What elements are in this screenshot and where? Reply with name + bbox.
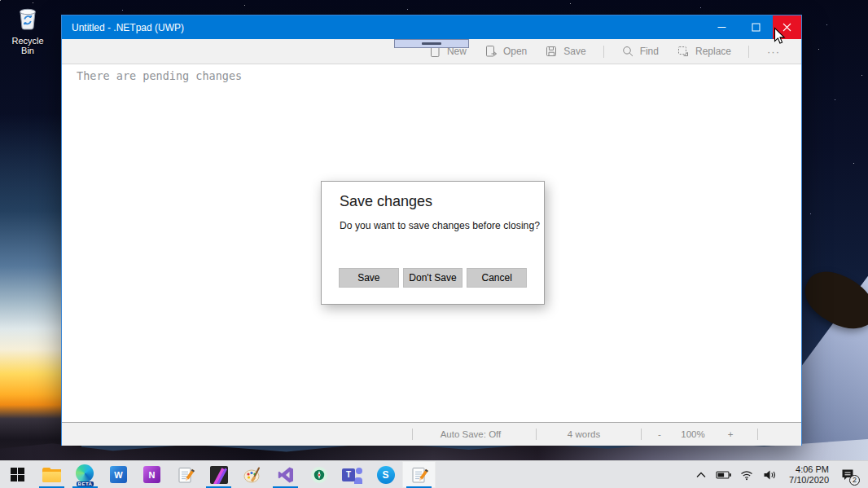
battery-icon [716, 470, 732, 480]
taskbar-icon-teams[interactable]: T [335, 461, 369, 488]
dialog-cancel-button[interactable]: Cancel [467, 268, 527, 288]
dialog-dont-save-button[interactable]: Don't Save [403, 268, 463, 288]
minimize-icon [717, 23, 726, 32]
toolbar-separator [748, 46, 749, 58]
notification-badge: 2 [849, 475, 860, 486]
replace-label: Replace [695, 46, 731, 57]
save-button[interactable]: Save [536, 39, 594, 64]
save-icon [545, 45, 558, 58]
netpad-icon [410, 465, 429, 485]
teams-icon: T [342, 466, 362, 484]
taskbar: BETA W N [0, 460, 868, 488]
tray-network-button[interactable] [736, 461, 757, 488]
find-icon [621, 45, 634, 58]
status-bar: Auto Save: Off 4 words - 100% + [62, 422, 801, 446]
drag-handle-dash [422, 42, 441, 45]
word-icon: W [110, 466, 127, 483]
desktop: Recycle Bin Untitled - .NETpad (UWP) [0, 0, 868, 488]
zoom-out-button[interactable]: - [650, 423, 669, 446]
visual-studio-icon [276, 465, 296, 485]
start-button[interactable] [0, 461, 35, 488]
taskbar-icon-netpad-active[interactable] [402, 461, 436, 488]
file-explorer-icon [42, 468, 61, 482]
onenote-icon: N [143, 466, 160, 483]
taskbar-icon-edge-beta[interactable]: BETA [68, 461, 102, 488]
tray-chevron-button[interactable] [690, 461, 712, 488]
edge-beta-icon: BETA [76, 464, 95, 486]
dialog-message: Do you want to save changes before closi… [340, 220, 540, 231]
wallpaper-stars [0, 0, 1, 1]
recycle-bin-icon [15, 5, 40, 31]
speaker-icon [763, 469, 776, 481]
save-label: Save [563, 46, 585, 57]
taskbar-icon-file-explorer[interactable] [35, 461, 68, 488]
drag-handle-tab[interactable] [394, 39, 469, 48]
taskbar-icon-android-studio[interactable] [302, 461, 335, 488]
taskbar-icon-paint[interactable] [235, 461, 269, 488]
android-studio-icon [310, 466, 328, 484]
taskbar-icon-skype[interactable]: S [369, 461, 402, 488]
open-file-icon [484, 45, 498, 58]
zoom-in-button[interactable]: + [721, 423, 740, 446]
taskbar-icon-onenote[interactable]: N [135, 461, 169, 488]
replace-button[interactable]: Replace [668, 39, 740, 64]
statusbar-separator [641, 429, 642, 440]
paint-icon [243, 465, 262, 485]
open-label: Open [503, 46, 527, 57]
mouse-cursor [774, 27, 786, 45]
dialog-title: Save changes [340, 193, 432, 210]
statusbar-separator [757, 429, 758, 440]
taskbar-icon-visual-studio[interactable] [269, 461, 302, 488]
minimize-button[interactable] [704, 15, 739, 39]
find-label: Find [640, 46, 659, 57]
tray-date: 7/10/2020 [782, 475, 829, 486]
teams-letter: T [342, 468, 355, 481]
recycle-bin-shortcut[interactable]: Recycle Bin [5, 5, 50, 55]
maximize-button[interactable] [739, 15, 773, 39]
taskbar-icon-word[interactable]: W [102, 461, 135, 488]
chevron-up-icon [695, 470, 707, 480]
action-center-button[interactable]: 2 [834, 461, 861, 488]
tray-battery-button[interactable] [713, 461, 734, 488]
maximize-icon [752, 23, 761, 32]
edge-beta-badge: BETA [77, 481, 94, 486]
statusbar-separator [412, 429, 413, 440]
tray-clock[interactable]: 4:06 PM 7/10/2020 [782, 464, 832, 486]
open-button[interactable]: Open [476, 39, 536, 64]
recycle-bin-label: Recycle Bin [5, 36, 50, 55]
system-tray: 4:06 PM 7/10/2020 2 [690, 461, 868, 488]
document-text: There are pending changes [77, 69, 242, 82]
notepad-icon [176, 465, 195, 485]
dialog-save-button[interactable]: Save [339, 268, 399, 288]
zoom-level: 100% [669, 423, 717, 446]
photo-editor-icon [210, 466, 228, 484]
replace-icon [677, 45, 690, 58]
taskbar-empty-area [436, 461, 690, 488]
find-button[interactable]: Find [612, 39, 668, 64]
taskbar-icon-notepad[interactable] [169, 461, 202, 488]
wifi-icon [740, 469, 753, 481]
title-bar[interactable]: Untitled - .NETpad (UWP) [62, 15, 801, 39]
save-changes-dialog: Save changes Do you want to save changes… [321, 181, 545, 305]
autosave-status: Auto Save: Off [414, 423, 528, 446]
windows-start-icon [11, 468, 24, 481]
skype-icon: S [377, 466, 395, 484]
tray-volume-button[interactable] [759, 461, 780, 488]
toolbar-separator [603, 46, 604, 58]
window-title: Untitled - .NETpad (UWP) [62, 22, 704, 33]
tray-time: 4:06 PM [782, 464, 829, 475]
word-count: 4 words [535, 423, 633, 446]
taskbar-icon-photo-editor[interactable] [202, 461, 235, 488]
